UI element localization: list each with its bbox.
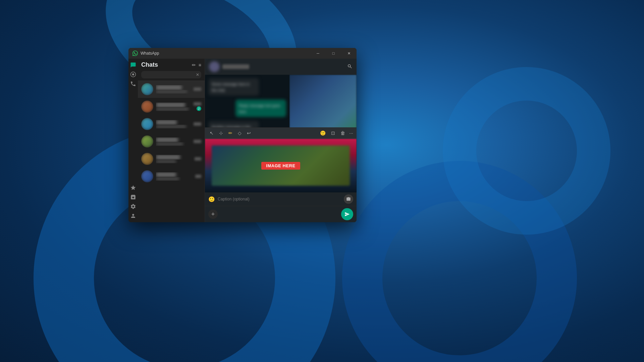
chat-meta: 10:15 2: [194, 102, 201, 111]
sidebar-title: Chats: [141, 61, 158, 68]
minimize-button[interactable]: ─: [310, 48, 326, 59]
chat-item[interactable]: Group Chat Someone: hey there 09:00: [138, 115, 205, 133]
editor-footer: +: [205, 206, 357, 222]
nav-starred-icon[interactable]: [129, 184, 137, 191]
editor-toolbar: ↖ ⊹ ✏ ◇ ↩ 🙂 ⊡ 🗑 ···: [205, 128, 357, 139]
chat-list: Contact Name Last message here... 12:30 …: [138, 80, 205, 222]
chat-item[interactable]: Family Group Photo shared Yest.: [138, 150, 205, 168]
avatar: [141, 135, 153, 147]
new-chat-icon[interactable]: ✏: [192, 62, 196, 68]
window-controls: ─ □ ✕: [310, 48, 357, 59]
header-avatar: [209, 61, 220, 72]
chat-info: Contact Name Last message here...: [156, 85, 191, 94]
sidebar-header: Chats ✏ ≡: [138, 59, 205, 71]
chat-name: Contact Name: [156, 85, 191, 90]
nav-profile-icon[interactable]: [129, 212, 137, 220]
chat-meta: Yest.: [195, 157, 201, 161]
svg-point-1: [132, 73, 134, 75]
filter-icon[interactable]: ≡: [199, 62, 201, 68]
chat-name: Another Contact: [156, 103, 191, 107]
avatar: [141, 170, 153, 182]
chat-meta: 08:45: [194, 140, 201, 143]
caption-row: 🙂: [205, 192, 357, 206]
chat-preview: Someone: hey there: [156, 125, 191, 128]
image-preview-area: IMAGE HERE: [205, 139, 357, 192]
header-name: [222, 64, 249, 69]
nav-chats-icon[interactable]: [129, 61, 137, 69]
search-button[interactable]: [347, 64, 353, 70]
avatar: [141, 118, 153, 130]
delete-tool-icon[interactable]: 🗑: [339, 130, 346, 136]
chat-time: Yest.: [195, 157, 201, 161]
chat-meta: Mon: [195, 175, 201, 178]
chat-info: Group Chat Someone: hey there: [156, 120, 191, 128]
image-editor: ↖ ⊹ ✏ ◇ ↩ 🙂 ⊡ 🗑 ··· IMAGE HERE: [205, 127, 357, 222]
chat-time: 10:15: [194, 102, 201, 106]
undo-icon[interactable]: ↩: [246, 130, 252, 136]
chat-preview: See you tomorrow: [156, 142, 191, 146]
message-bubble: Some message here in the chat: [208, 78, 259, 96]
chat-preview: Meeting at 3pm: [156, 177, 193, 181]
chat-time: 09:00: [194, 122, 201, 126]
image-here-label: IMAGE HERE: [261, 162, 300, 170]
caption-input[interactable]: [218, 197, 341, 201]
paint-tool-icon[interactable]: ◇: [236, 130, 243, 136]
chat-preview: Last message here...: [156, 90, 191, 94]
title-bar: WhatsApp ─ □ ✕: [128, 48, 357, 59]
window-title: WhatsApp: [141, 51, 159, 56]
nav-archive-icon[interactable]: [129, 193, 137, 201]
maximize-button[interactable]: □: [326, 48, 341, 59]
chat-name: Person Four: [156, 137, 191, 142]
avatar: [141, 153, 153, 165]
sidebar-search: ✕: [141, 71, 201, 78]
chat-time: Mon: [195, 175, 201, 178]
send-button[interactable]: [341, 208, 353, 220]
chat-main: Some message here in the chat Reply mess…: [205, 59, 357, 222]
more-options-icon[interactable]: ···: [349, 130, 353, 136]
sticker-tool-icon[interactable]: 🙂: [319, 130, 327, 136]
chat-item[interactable]: Work Team Meeting at 3pm Mon: [138, 168, 205, 185]
select-tool-icon[interactable]: ⊹: [218, 130, 224, 136]
chat-preview: Photo shared: [156, 160, 192, 163]
app-body: Chats ✏ ≡ ✕ Contact Name Last message he…: [128, 59, 357, 222]
search-input[interactable]: [141, 71, 201, 78]
chat-item[interactable]: Another Contact Message preview text 10:…: [138, 98, 205, 115]
chat-info: Person Four See you tomorrow: [156, 137, 191, 146]
chat-item[interactable]: Contact Name Last message here... 12:30: [138, 80, 205, 98]
chat-time: 08:45: [194, 140, 201, 143]
chat-info: Family Group Photo shared: [156, 155, 192, 163]
search-clear-icon[interactable]: ✕: [196, 72, 199, 77]
chat-preview: Message preview text: [156, 107, 191, 111]
camera-button[interactable]: [344, 194, 353, 204]
nav-settings-icon[interactable]: [129, 203, 137, 210]
sidebar: Chats ✏ ≡ ✕ Contact Name Last message he…: [138, 59, 205, 222]
crop-tool-icon[interactable]: ⊡: [330, 130, 336, 136]
avatar: [141, 83, 153, 95]
unread-badge: 2: [197, 106, 201, 111]
chat-meta: 09:00: [194, 122, 201, 126]
chat-header: [205, 59, 357, 75]
chat-header-left: [209, 61, 249, 72]
whatsapp-icon: [132, 51, 138, 56]
message-bubble: Reply message text goes here: [235, 100, 286, 117]
chat-time: 12:30: [194, 87, 201, 91]
close-button[interactable]: ✕: [341, 48, 357, 59]
side-nav: [128, 59, 138, 222]
pen-tool-icon[interactable]: ✏: [227, 130, 234, 136]
chat-item[interactable]: Person Four See you tomorrow 08:45: [138, 133, 205, 150]
cursor-tool-icon[interactable]: ↖: [208, 130, 215, 136]
chat-meta: 12:30: [194, 87, 201, 91]
chat-name: Group Chat: [156, 120, 191, 125]
nav-calls-icon[interactable]: [129, 80, 137, 87]
avatar: [141, 101, 153, 113]
chat-info: Work Team Meeting at 3pm: [156, 172, 193, 181]
add-more-button[interactable]: +: [208, 209, 218, 219]
nav-status-icon[interactable]: [129, 71, 137, 78]
sidebar-actions: ✏ ≡: [192, 62, 201, 68]
chat-name: Family Group: [156, 155, 192, 160]
whatsapp-window: WhatsApp ─ □ ✕: [128, 48, 357, 222]
emoji-button[interactable]: 🙂: [208, 196, 215, 202]
chat-name: Work Team: [156, 172, 193, 177]
chat-info: Another Contact Message preview text: [156, 103, 191, 111]
